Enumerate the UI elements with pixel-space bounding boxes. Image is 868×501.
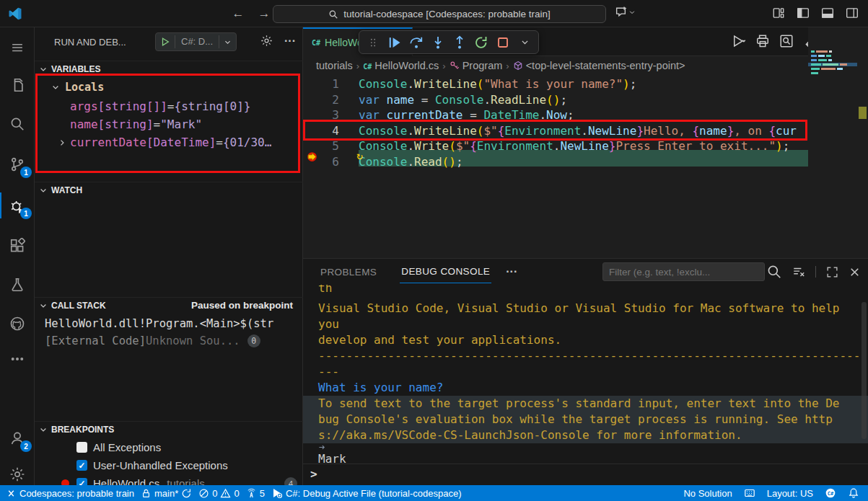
breakpoint-row[interactable]: All Exceptions bbox=[76, 438, 297, 456]
status-text: C#: Debug Active File (tutorial-codespac… bbox=[286, 488, 462, 499]
title-bar: ← → tutorial-codespace [Codespaces: prob… bbox=[0, 0, 868, 27]
step-out-button[interactable] bbox=[450, 33, 469, 52]
activity-item-testing[interactable] bbox=[0, 269, 35, 301]
back-button[interactable]: ← bbox=[229, 5, 247, 22]
variable-value: {string[0]} bbox=[175, 99, 251, 113]
status-notifications[interactable] bbox=[848, 487, 859, 499]
remote-icon bbox=[6, 488, 17, 499]
debug-config-name[interactable]: C#: D... bbox=[175, 35, 219, 48]
clear-console-button[interactable] bbox=[792, 265, 805, 278]
status-debug-session[interactable]: C#: Debug Active File (tutorial-codespac… bbox=[271, 487, 462, 499]
close-button[interactable] bbox=[849, 266, 861, 278]
activity-item-search[interactable] bbox=[0, 108, 35, 140]
status-no-solution[interactable]: No Solution bbox=[683, 488, 732, 499]
activity-item-more[interactable] bbox=[0, 343, 35, 375]
status-branch[interactable]: main* bbox=[141, 488, 192, 499]
breakpoint-row[interactable]: ✓User-Unhandled Exceptions bbox=[76, 456, 297, 474]
code-text: Console.WriteLine("What is your name?"); bbox=[359, 76, 636, 92]
status-keyboard[interactable] bbox=[744, 487, 755, 499]
run-with-chevron-button[interactable] bbox=[732, 34, 746, 48]
variable-row[interactable]: currentDate [DateTime] = {01/30… bbox=[58, 133, 271, 151]
tab-debug-console[interactable]: DEBUG CONSOLE bbox=[400, 260, 491, 283]
copilot-menu[interactable] bbox=[615, 6, 636, 18]
continue-button[interactable] bbox=[385, 33, 404, 52]
expand-button[interactable] bbox=[826, 266, 838, 278]
activity-item-run-and-debug[interactable]: 1 bbox=[0, 190, 35, 221]
breadcrumb-item[interactable]: <top-level-statements-entry-point> bbox=[513, 60, 685, 71]
svg-text:C#: C# bbox=[828, 491, 834, 497]
overview-ruler[interactable] bbox=[857, 27, 868, 258]
chevron-down-icon[interactable] bbox=[39, 65, 48, 74]
command-center-search[interactable]: tutorial-codespace [Codespaces: probable… bbox=[273, 5, 606, 23]
breakpoint-checkbox[interactable] bbox=[76, 442, 87, 453]
chevron-right-icon[interactable] bbox=[58, 138, 66, 147]
variable-row[interactable]: args [string[]] = {string[0]} bbox=[70, 97, 250, 115]
variable-row[interactable]: name [string] = "Mark" bbox=[70, 115, 202, 133]
variable-value: {01/30… bbox=[223, 136, 271, 149]
activity-item-menu[interactable] bbox=[0, 32, 35, 63]
chevron-down-icon[interactable] bbox=[51, 83, 60, 92]
filter-input[interactable] bbox=[602, 262, 765, 281]
chevron-down-icon[interactable] bbox=[39, 186, 48, 195]
section-call-stack[interactable]: CALL STACK Paused on breakpoint bbox=[35, 297, 303, 313]
code-area[interactable]: ↻ 1Console.WriteLine("What is your name?… bbox=[303, 76, 808, 258]
stop-button[interactable] bbox=[494, 33, 512, 52]
forward-button[interactable]: → bbox=[255, 5, 273, 22]
panel-scrollbar[interactable] bbox=[862, 302, 867, 439]
section-breakpoints[interactable]: BREAKPOINTS bbox=[35, 421, 303, 437]
more-actions-icon[interactable]: ··· bbox=[284, 35, 296, 48]
breadcrumb-item[interactable]: tutorials bbox=[316, 60, 353, 71]
minimap[interactable] bbox=[808, 27, 857, 258]
activity-item-explorer[interactable] bbox=[0, 69, 35, 101]
section-variables[interactable]: VARIABLES bbox=[35, 61, 303, 76]
breadcrumb-item[interactable]: C#HelloWorld.cs bbox=[363, 60, 439, 71]
breakpoint-current-icon[interactable] bbox=[306, 151, 318, 163]
activity-item-github[interactable] bbox=[0, 308, 35, 340]
debug-console-input-row[interactable]: > bbox=[303, 464, 868, 484]
breadcrumb-item[interactable]: Program bbox=[450, 60, 503, 71]
activity-item-accounts[interactable]: 2 bbox=[0, 422, 35, 454]
toggle-secondary-sidebar-button[interactable] bbox=[845, 6, 859, 20]
more-tabs-icon[interactable]: ··· bbox=[506, 265, 517, 278]
chevron-down-icon[interactable] bbox=[39, 425, 48, 434]
debug-config-picker[interactable]: C#: D... bbox=[155, 32, 237, 51]
search-editor-button[interactable] bbox=[779, 34, 794, 48]
status-layout[interactable]: Layout: US bbox=[767, 488, 813, 499]
tab-problems[interactable]: PROBLEMS bbox=[319, 261, 378, 283]
code-line[interactable]: 1Console.WriteLine("What is your name?")… bbox=[303, 76, 808, 92]
status-problems[interactable]: 00 bbox=[198, 488, 239, 499]
activity-item-source-control[interactable]: 1 bbox=[0, 148, 35, 180]
gear-icon[interactable] bbox=[260, 35, 273, 48]
debug-console-output[interactable]: thVisual Studio Code, Visual Studio or V… bbox=[303, 285, 868, 464]
breakpoint-checkbox[interactable]: ✓ bbox=[76, 460, 87, 471]
toggle-sidebar-button[interactable] bbox=[796, 6, 810, 20]
status-ports[interactable]: 5 bbox=[246, 488, 265, 499]
toggle-panel-button[interactable] bbox=[820, 6, 835, 20]
code-line[interactable]: 5Console.Write($"{Environment.NewLine}Pr… bbox=[303, 138, 808, 154]
restart-button[interactable] bbox=[472, 33, 491, 52]
frame-label: HelloWorld.dll!Program.<Main>$(str bbox=[45, 317, 273, 330]
printer-button[interactable] bbox=[755, 34, 770, 48]
activity-item-extensions[interactable] bbox=[0, 230, 35, 262]
status-csdevkit[interactable]: C# bbox=[825, 487, 836, 499]
chevron-down-button[interactable] bbox=[515, 33, 534, 52]
code-line[interactable]: 3var currentDate = DateTime.Now; bbox=[303, 107, 808, 123]
chevron-down-icon[interactable] bbox=[39, 301, 48, 310]
breadcrumb-separator: › bbox=[356, 61, 359, 71]
customize-layout-button[interactable] bbox=[771, 6, 786, 20]
call-stack-row[interactable]: HelloWorld.dll!Program.<Main>$(str bbox=[45, 314, 297, 332]
status-remote-indicator[interactable]: Codespaces: probable train bbox=[6, 488, 134, 499]
locals-scope-row[interactable]: Locals bbox=[51, 78, 104, 96]
code-line[interactable]: 4Console.WriteLine($"{Environment.NewLin… bbox=[303, 123, 808, 139]
call-stack-row[interactable]: [External Code] Unknown Sou...0 bbox=[45, 332, 297, 350]
step-into-button[interactable] bbox=[429, 33, 447, 52]
section-watch[interactable]: WATCH bbox=[35, 182, 303, 198]
start-debug-icon[interactable] bbox=[160, 37, 170, 47]
code-line[interactable]: 2var name = Console.ReadLine(); bbox=[303, 92, 808, 108]
variable-type: [string] bbox=[98, 118, 154, 131]
search-button[interactable] bbox=[766, 264, 782, 280]
code-text: Console.WriteLine($"{Environment.NewLine… bbox=[359, 123, 797, 139]
code-line[interactable]: 6Console.Read(); bbox=[303, 154, 808, 170]
chevron-down-icon[interactable] bbox=[224, 38, 232, 46]
step-over-button[interactable] bbox=[407, 33, 426, 52]
